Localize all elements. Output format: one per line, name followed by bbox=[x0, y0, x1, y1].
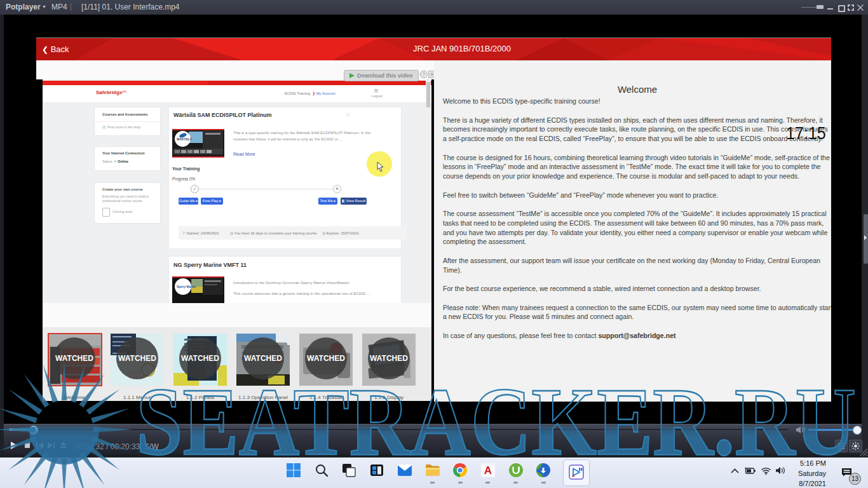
svg-text:A: A bbox=[484, 464, 492, 477]
